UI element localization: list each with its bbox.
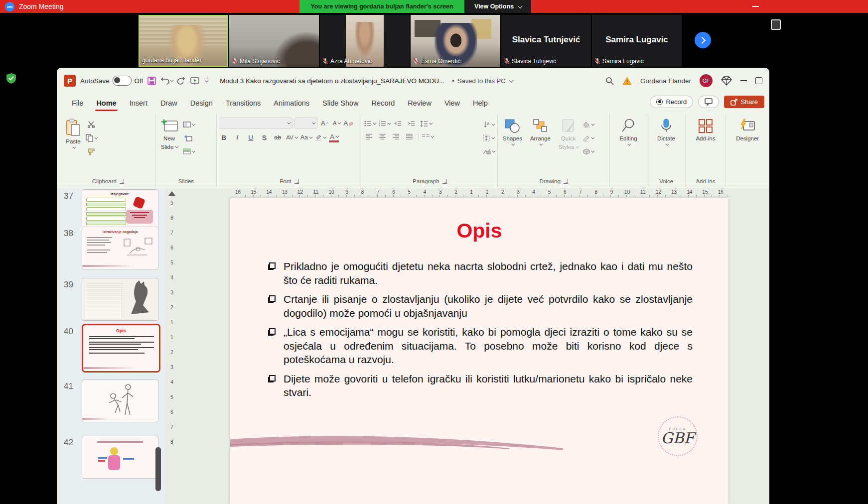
next-participants-button[interactable] (695, 32, 711, 48)
tab-slide-show[interactable]: Slide Show (316, 95, 365, 112)
tab-draw[interactable]: Draw (154, 95, 183, 112)
new-slide-button[interactable]: New Slide (158, 116, 181, 152)
slide-thumbnail-40-selected[interactable]: Opis (82, 324, 160, 373)
shape-effects-button[interactable] (583, 146, 593, 156)
paste-button[interactable]: Paste (63, 116, 84, 150)
gallery-panel-icon[interactable] (771, 19, 781, 30)
customize-toolbar-button[interactable] (204, 79, 208, 83)
cut-button[interactable] (86, 120, 97, 129)
italic-button[interactable]: I (232, 132, 242, 142)
justify-button[interactable] (405, 131, 415, 141)
shape-outline-button[interactable] (583, 133, 593, 143)
align-left-button[interactable] (364, 131, 374, 141)
line-spacing-button[interactable] (420, 119, 432, 128)
tab-file[interactable]: File (66, 95, 89, 112)
tab-design[interactable]: Design (184, 95, 219, 112)
decrease-indent-button[interactable] (393, 119, 403, 128)
quick-styles-button[interactable]: Quick Styles (556, 116, 581, 152)
align-text-button[interactable] (483, 133, 494, 143)
participant-tile-mila[interactable]: Mila Stojanovic (229, 15, 319, 67)
start-slideshow-button[interactable] (190, 77, 199, 85)
numbering-button[interactable]: 123 (379, 119, 390, 128)
designer-button[interactable]: Designer (733, 116, 762, 143)
character-spacing-button[interactable]: AV (286, 132, 297, 142)
slide-thumbnail-37[interactable]: Izbjegavati: (82, 189, 158, 232)
slide-thumbnail-42[interactable] (82, 436, 158, 479)
change-case-button[interactable]: Aa (300, 132, 311, 142)
convert-smartart-button[interactable] (483, 146, 494, 156)
scroll-up-arrow-icon[interactable] (168, 191, 175, 196)
bullets-button[interactable] (364, 119, 375, 128)
saved-status[interactable]: • Saved to this PC (452, 77, 512, 85)
increase-indent-button[interactable] (407, 119, 417, 128)
tab-record[interactable]: Record (366, 95, 401, 112)
bold-button[interactable]: B (219, 132, 229, 142)
dialog-launcher-icon[interactable] (294, 179, 299, 184)
slide-thumbnail-39[interactable] (82, 278, 158, 321)
tab-animations[interactable]: Animations (268, 95, 315, 112)
bullet-text: Crtanje ili pisanje o zlostavljanju (uko… (284, 292, 693, 320)
dialog-launcher-icon[interactable] (564, 179, 568, 184)
tab-help[interactable]: Help (467, 95, 494, 112)
save-icon[interactable] (147, 77, 156, 85)
shapes-button[interactable]: Shapes (500, 116, 525, 147)
grow-font-button[interactable]: A^ (319, 118, 329, 128)
dictate-button[interactable]: Dictate (654, 116, 678, 147)
tab-view[interactable]: View (438, 95, 466, 112)
participant-tile-esma[interactable]: Esma Omerdić (411, 15, 500, 67)
minimize-window-icon[interactable] (740, 80, 747, 81)
shrink-font-button[interactable]: A (331, 118, 341, 128)
share-button[interactable]: Share (724, 96, 764, 108)
thumbnail-scrollbar[interactable] (155, 447, 161, 491)
user-name[interactable]: Gordana Flander (640, 77, 691, 85)
participant-tile-samira[interactable]: Samira Lugavic Samira Lugavic (592, 15, 682, 67)
dialog-launcher-icon[interactable] (120, 179, 124, 184)
reset-slide-button[interactable] (183, 133, 194, 143)
font-name-combo[interactable] (219, 118, 292, 128)
arrange-button[interactable]: Arrange (527, 116, 554, 147)
align-center-button[interactable] (378, 131, 388, 141)
undo-button[interactable] (160, 77, 172, 85)
section-button[interactable] (183, 146, 194, 156)
copy-button[interactable] (86, 133, 97, 143)
participant-tile-azra[interactable]: Azra Ahmetović (320, 15, 410, 67)
redo-button[interactable] (177, 77, 186, 85)
comments-button[interactable] (698, 96, 719, 108)
addins-button[interactable]: Add-ins (693, 116, 718, 143)
strikethrough-button[interactable]: ab (273, 132, 283, 142)
top-actions: Record Share (650, 96, 764, 108)
slide-canvas[interactable]: Opis Prikladno je omogućiti djetetu neka… (230, 198, 728, 504)
participant-tile-slavica[interactable]: Slavica Tutnjević Slavica Tutnjević (501, 15, 591, 67)
align-right-button[interactable] (391, 131, 401, 141)
user-avatar[interactable]: GF (700, 74, 713, 87)
tab-insert[interactable]: Insert (124, 95, 153, 112)
slide-layout-button[interactable] (183, 120, 194, 129)
shape-fill-button[interactable] (583, 120, 593, 129)
premium-diamond-icon[interactable] (721, 76, 732, 86)
search-icon[interactable] (605, 77, 614, 85)
security-shield-icon[interactable] (6, 73, 16, 84)
underline-button[interactable]: U (246, 132, 256, 142)
autosave-toggle[interactable]: AutoSave Off (80, 76, 143, 86)
warning-icon[interactable] (622, 77, 632, 85)
text-shadow-button[interactable]: S (259, 132, 269, 142)
slide-thumbnail-38[interactable]: Istraživanje događaja (82, 227, 158, 269)
clear-formatting-button[interactable]: A (343, 118, 353, 128)
maximize-window-icon[interactable] (755, 77, 762, 84)
participant-tile-gordana[interactable]: gordana buljan flander (139, 15, 228, 67)
tab-transitions[interactable]: Transitions (220, 95, 267, 112)
columns-button[interactable] (422, 131, 433, 141)
tab-review[interactable]: Review (402, 95, 437, 112)
tab-home[interactable]: Home (90, 95, 122, 112)
record-button[interactable]: Record (650, 96, 693, 108)
slide-thumbnail-41[interactable] (82, 379, 158, 422)
format-painter-button[interactable] (86, 146, 97, 156)
font-size-combo[interactable] (294, 118, 317, 128)
editing-button[interactable]: Editing (616, 116, 640, 147)
font-color-button[interactable]: A (329, 132, 339, 142)
minimize-zoom-icon[interactable] (752, 6, 759, 7)
highlight-color-button[interactable] (315, 132, 325, 142)
text-direction-button[interactable]: A (483, 120, 494, 129)
dialog-launcher-icon[interactable] (442, 179, 447, 184)
view-options-button[interactable]: View Options (464, 0, 531, 13)
